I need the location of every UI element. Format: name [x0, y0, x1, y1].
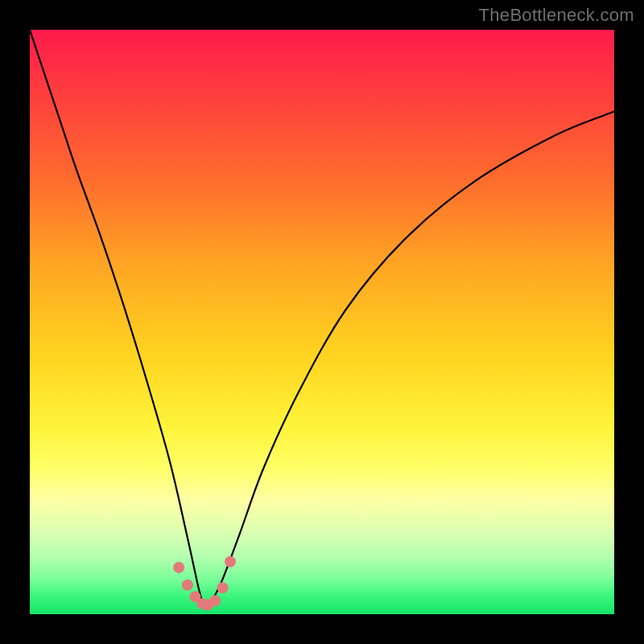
plot-area	[30, 30, 614, 614]
bottleneck-curve	[30, 30, 614, 609]
marker-dot	[209, 595, 221, 606]
curve-svg	[30, 30, 614, 614]
curve-markers	[173, 556, 236, 611]
marker-dot	[182, 580, 193, 591]
attribution-text: TheBottleneck.com	[479, 5, 634, 26]
marker-dot	[225, 556, 236, 568]
chart-frame: TheBottleneck.com	[0, 0, 644, 644]
marker-dot	[217, 582, 229, 593]
marker-dot	[173, 562, 184, 573]
